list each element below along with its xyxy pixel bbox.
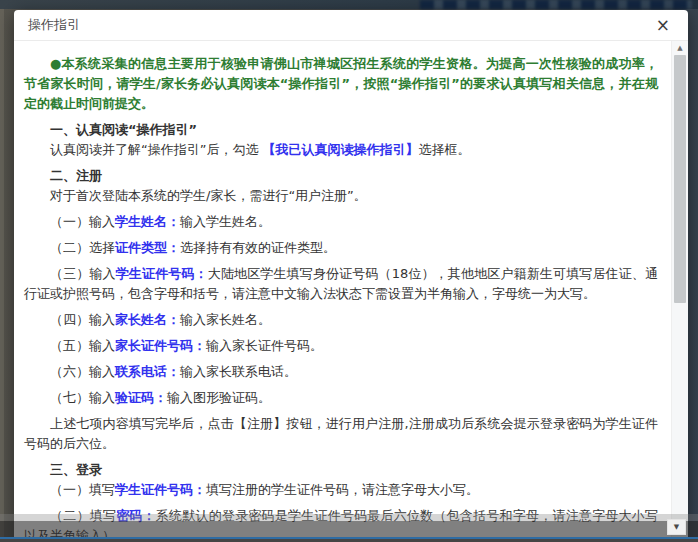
scrollbar-down-icon: ▼ (674, 523, 679, 531)
section-2-intro: 对于首次登陆本系统的学生/家长，需进行“用户注册”。 (24, 186, 658, 206)
paragraph-text-run: （五）输入 (50, 338, 115, 353)
register-step-3: （三）输入学生证件号码：大陆地区学生填写身份证号码（18位），其他地区户籍新生可… (24, 264, 658, 304)
register-step-4: （四）输入家长姓名：输入家长姓名。 (24, 310, 658, 330)
emphasis-label: 学生证件号码： (116, 266, 208, 281)
dialog-header: 操作指引 × (14, 10, 688, 41)
bottom-window-edge (0, 537, 698, 542)
paragraph-text-run: 上述七项内容填写完毕后，点击【注册】按钮，进行用户注册,注册成功后系统会提示登录… (24, 416, 658, 451)
scrollbar-thumb[interactable] (674, 55, 686, 303)
paragraph-text-run: 选择框。 (419, 142, 471, 157)
emphasis-label: 联系电话： (115, 364, 180, 379)
dialog-content: ●本系统采集的信息主要用于核验申请佛山市禅城区招生系统的学生资格。为提高一次性核… (14, 41, 670, 542)
register-step-2: （二）选择证件类型：选择持有有效的证件类型。 (24, 238, 658, 258)
paragraph-text-run: 三、登录 (50, 462, 102, 477)
scrollbar-down-button[interactable]: ▼ (667, 519, 686, 535)
bottom-overlay-light (0, 514, 698, 521)
paragraph-text-run: 输入家长联系电话。 (180, 364, 297, 379)
notice-paragraph: ●本系统采集的信息主要用于核验申请佛山市禅城区招生系统的学生资格。为提高一次性核… (24, 54, 658, 114)
bottom-overlay-dark (0, 521, 698, 537)
paragraph-text-run: （三）输入 (50, 266, 116, 281)
emphasis-label: 家长姓名： (115, 312, 180, 327)
register-step-7: （七）输入验证码：输入图形验证码。 (24, 388, 658, 408)
register-step-5: （五）输入家长证件号码：输入家长证件号码。 (24, 336, 658, 356)
section-3-heading: 三、登录 (24, 460, 658, 480)
close-icon[interactable]: × (652, 16, 674, 35)
paragraph-text-run: 认真阅读并了解“操作指引”后，勾选 (50, 142, 263, 157)
section-1-heading: 一、认真阅读“操作指引” (24, 120, 658, 140)
background-edge-highlight (0, 0, 4, 542)
paragraph-text-run: 填写注册的学生证件号码，请注意字母大小写。 (206, 482, 479, 497)
paragraph-text-run: 选择持有有效的证件类型。 (180, 240, 336, 255)
paragraph-text-run: （四）输入 (50, 312, 115, 327)
paragraph-text-run: （二）选择 (50, 240, 115, 255)
section-1-body: 认真阅读并了解“操作指引”后，勾选 【我已认真阅读操作指引】选择框。 (24, 140, 658, 160)
paragraph-text-run: 对于首次登陆本系统的学生/家长，需进行“用户注册”。 (50, 188, 367, 203)
emphasis-label: 证件类型： (115, 240, 180, 255)
paragraph-text-run: 输入家长姓名。 (180, 312, 271, 327)
dialog-title: 操作指引 (28, 16, 80, 34)
paragraph-text-run: 输入家长证件号码。 (206, 338, 323, 353)
paragraph-text-run: （七）输入 (50, 390, 115, 405)
emphasis-label: 【我已认真阅读操作指引】 (263, 142, 419, 157)
register-step-6: （六）输入联系电话：输入家长联系电话。 (24, 362, 658, 382)
paragraph-text-run: 输入图形验证码。 (167, 390, 271, 405)
scrollbar-up-icon[interactable]: ▲ (672, 41, 688, 55)
paragraph-text-run: 一、认真阅读“操作指引” (50, 122, 197, 137)
paragraph-text-run: （一）填写 (50, 482, 115, 497)
section-2-heading: 二、注册 (24, 166, 658, 186)
paragraph-text-run: 输入学生姓名。 (180, 214, 271, 229)
emphasis-label: 验证码： (115, 390, 167, 405)
register-submit-note: 上述七项内容填写完毕后，点击【注册】按钮，进行用户注册,注册成功后系统会提示登录… (24, 414, 658, 454)
paragraph-text-run: （一）输入 (50, 214, 115, 229)
paragraph-text-run: 二、注册 (50, 168, 102, 183)
paragraph-text-run: （六）输入 (50, 364, 115, 379)
register-step-1: （一）输入学生姓名：输入学生姓名。 (24, 212, 658, 232)
scrollbar-track[interactable]: ▲ (671, 41, 688, 542)
operation-guide-dialog: 操作指引 × ●本系统采集的信息主要用于核验申请佛山市禅城区招生系统的学生资格。… (14, 10, 688, 542)
emphasis-label: 学生证件号码： (115, 482, 206, 497)
paragraph-text-run: ●本系统采集的信息主要用于核验申请佛山市禅城区招生系统的学生资格。为提高一次性核… (24, 56, 658, 111)
emphasis-label: 家长证件号码： (115, 338, 206, 353)
emphasis-label: 学生姓名： (115, 214, 180, 229)
background-window-title-blur (420, 0, 692, 9)
login-step-1: （一）填写学生证件号码：填写注册的学生证件号码，请注意字母大小写。 (24, 480, 658, 500)
